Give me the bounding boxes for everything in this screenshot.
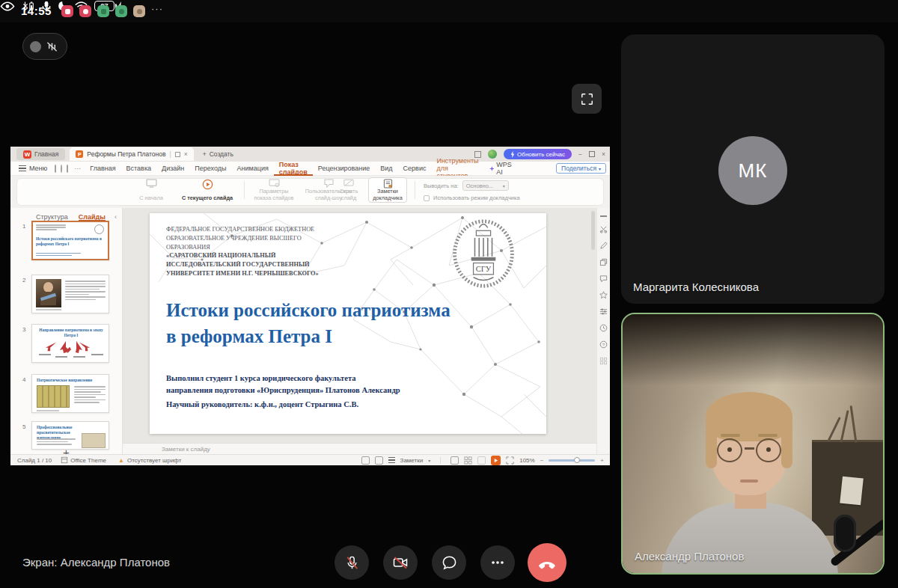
university-emblem: СГУ — [448, 218, 519, 291]
camera-off-button[interactable] — [383, 545, 418, 580]
output-display-dropdown[interactable]: Основно... ▾ — [462, 180, 509, 191]
thumb-portrait — [36, 279, 61, 307]
menu-animation[interactable]: Анимация — [232, 162, 274, 176]
canvas-scrollbar[interactable] — [591, 211, 595, 250]
chevron-down-icon: ▾ — [428, 458, 430, 463]
thumb-text-lines — [65, 281, 106, 300]
menu-student-tools[interactable]: Инструменты для студентов — [431, 162, 483, 176]
spellcheck-icon[interactable] — [361, 456, 370, 465]
ribbon-from-current-slide[interactable]: С текущего слайда — [177, 179, 238, 201]
slide-author-block: Выполнил студент 1 курса юридического фа… — [166, 373, 480, 397]
menu-design[interactable]: Дизайн — [156, 162, 189, 176]
new-tab-label: Создать — [210, 150, 233, 158]
update-now-button[interactable]: Обновить сейчас — [504, 149, 572, 159]
menu-home[interactable]: Главная — [85, 162, 120, 176]
presenter-mode-checkbox[interactable] — [424, 195, 430, 201]
slide-thumbnail-4[interactable]: Патриотическое направление — [31, 374, 109, 413]
end-call-button[interactable] — [528, 543, 566, 582]
slideshow-play-button[interactable] — [491, 456, 501, 465]
zoom-out-button[interactable]: − — [540, 457, 544, 464]
participant-tile-alexandr[interactable]: Александр Платонов — [621, 313, 885, 575]
menu-insert[interactable]: Вставка — [121, 162, 156, 176]
export-icon[interactable] — [67, 165, 68, 173]
tab-restore-icon[interactable] — [175, 152, 180, 157]
menu-transitions[interactable]: Переходы — [189, 162, 231, 176]
history-clock-icon[interactable] — [599, 324, 608, 332]
zoom-level[interactable]: 105% — [519, 457, 534, 464]
slide-sorter-icon[interactable] — [464, 456, 472, 465]
monitor-icon — [146, 179, 157, 188]
theme-name[interactable]: Office Theme — [70, 457, 106, 464]
ribbon-speaker-notes[interactable]: Заметки докладчика — [370, 179, 406, 201]
top-shadow — [623, 314, 883, 385]
chat-button[interactable] — [432, 545, 466, 580]
maximize-button[interactable] — [589, 151, 595, 157]
zoom-in-button[interactable]: + — [600, 457, 604, 464]
save-icon[interactable] — [55, 165, 56, 173]
menu-button[interactable]: Меню — [13, 162, 52, 176]
tab-slides[interactable]: Слайды — [79, 213, 106, 221]
slide-thumbnail-5[interactable]: Профессиональное просветительское направ… — [31, 421, 109, 450]
zoom-slider-handle[interactable] — [574, 457, 580, 463]
self-mute-indicator[interactable] — [22, 33, 67, 60]
sync-status-icon[interactable] — [488, 150, 497, 159]
shared-screen-wps-window[interactable]: W Главная P Реформы Петра Платонов | × +… — [10, 147, 610, 465]
reading-view-icon[interactable] — [477, 456, 486, 465]
notes-toggle[interactable]: Заметки — [400, 457, 424, 464]
device-status-bar: 14:55 ··· 97 — [0, 0, 898, 22]
eye-icon — [0, 1, 15, 11]
comment-icon[interactable] — [599, 275, 608, 283]
format-painter-icon[interactable] — [599, 225, 608, 233]
thumb-arrows-diagram — [37, 340, 105, 359]
edit-pen-icon[interactable] — [599, 242, 608, 250]
participant-tile-margarita[interactable]: МК Маргарита Колесникова — [621, 34, 885, 304]
fullscreen-button[interactable] — [572, 84, 602, 114]
normal-view-icon[interactable] — [450, 456, 459, 465]
notes-area[interactable]: Заметки к слайду — [123, 443, 596, 454]
more-notifications-icon: ··· — [151, 3, 163, 14]
app-glyph — [83, 9, 88, 14]
grid-icon[interactable] — [599, 357, 608, 365]
ribbon-from-start[interactable]: С начала — [132, 179, 171, 201]
person-eyebrow — [758, 434, 778, 437]
font-warning[interactable]: Отсутствует шрифт — [127, 457, 182, 464]
copy-icon[interactable] — [599, 258, 608, 266]
participant-name: Маргарита Колесникова — [633, 281, 759, 293]
fit-window-icon[interactable] — [506, 456, 514, 465]
tab-outline[interactable]: Структура — [36, 213, 68, 221]
notification-app-icon-5 — [133, 5, 145, 17]
menu-slideshow[interactable]: Показ слайдов — [274, 162, 313, 176]
presenter-mode-row[interactable]: Использовать режим докладчика — [424, 195, 520, 201]
print-icon[interactable] — [61, 165, 62, 173]
menu-view[interactable]: Вид — [375, 162, 397, 176]
wps-document-tab[interactable]: P Реформы Петра Платонов | × — [70, 147, 193, 161]
slide-thumbnail-1[interactable]: Истоки российского патриотизма в реформа… — [31, 221, 109, 260]
tab-close-icon[interactable]: × — [184, 150, 188, 158]
microphone-muted-button[interactable] — [335, 545, 369, 580]
thumb-document-image — [37, 385, 70, 408]
share-button[interactable]: Поделиться ▾ — [556, 163, 606, 174]
person-eyebrow — [721, 434, 740, 437]
collapse-panel-icon[interactable]: ‹ — [114, 213, 117, 221]
current-slide[interactable]: ФЕДЕРАЛЬНОЕ ГОСУДАРСТВЕННОЕ БЮДЖЕТНОЕ ОБ… — [150, 213, 546, 434]
slide-thumbnail-2[interactable] — [31, 275, 109, 313]
presentation-file-icon: P — [76, 150, 83, 158]
settings-sliders-icon[interactable] — [599, 307, 608, 316]
minimize-button[interactable]: − — [578, 150, 582, 158]
menu-review[interactable]: Рецензирование — [313, 162, 376, 176]
menu-wps-ai[interactable]: WPS AI — [484, 162, 519, 176]
new-document-tab[interactable]: + Создать — [203, 150, 233, 158]
zoom-slider[interactable] — [549, 459, 595, 462]
star-icon[interactable] — [599, 291, 608, 299]
wps-home-tab[interactable]: W Главная — [16, 148, 65, 160]
close-button[interactable]: × — [602, 150, 605, 158]
menu-tools[interactable]: Сервис — [398, 162, 432, 176]
help-icon[interactable]: ? — [599, 340, 608, 349]
more-dots-icon — [489, 554, 506, 571]
slide-thumbnail-3[interactable]: Направление патриотизма в эпоху Петра I — [31, 324, 109, 363]
handwriting-icon[interactable] — [375, 456, 383, 465]
slide-number: 1 — [22, 223, 25, 230]
more-options-button[interactable] — [480, 545, 515, 580]
collapse-strip-icon[interactable] — [600, 215, 607, 217]
more-tools-icon[interactable]: ··· — [74, 165, 81, 172]
